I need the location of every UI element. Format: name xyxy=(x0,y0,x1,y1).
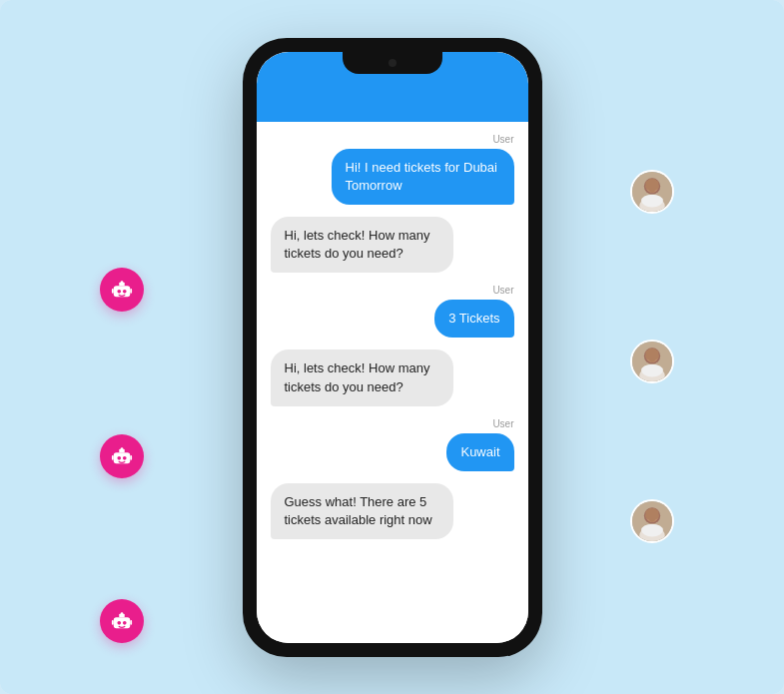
message-row-2: Hi, lets check! How many tickets do you … xyxy=(271,217,514,273)
phone-notch xyxy=(343,52,442,74)
svg-rect-7 xyxy=(114,452,131,463)
svg-rect-12 xyxy=(112,455,114,460)
msg3-bubble: 3 Tickets xyxy=(434,300,513,338)
bot-icon-2 xyxy=(100,434,144,478)
svg-point-11 xyxy=(121,447,124,450)
msg3-label: User xyxy=(492,285,513,296)
msg1-label: User xyxy=(492,134,513,145)
chat-area: User Hi! I need tickets for Dubai Tomorr… xyxy=(257,122,528,643)
bot-icon-3 xyxy=(100,599,144,643)
svg-rect-14 xyxy=(114,617,131,628)
svg-point-25 xyxy=(641,195,663,208)
svg-point-18 xyxy=(121,612,124,615)
bot-icon-1 xyxy=(100,268,144,312)
svg-rect-20 xyxy=(130,620,132,625)
phone-device: User Hi! I need tickets for Dubai Tomorr… xyxy=(243,38,542,657)
svg-point-2 xyxy=(123,290,127,294)
svg-rect-6 xyxy=(130,289,132,294)
svg-rect-0 xyxy=(114,286,131,297)
svg-point-1 xyxy=(117,290,121,294)
svg-rect-13 xyxy=(130,455,132,460)
msg5-bubble: Kuwait xyxy=(446,433,513,471)
svg-point-15 xyxy=(117,621,121,625)
message-row-4: Hi, lets check! How many tickets do you … xyxy=(271,349,514,405)
msg1-bubble: Hi! I need tickets for Dubai Tomorrow xyxy=(332,149,514,205)
message-row-6: Guess what! There are 5 tickets availabl… xyxy=(271,483,514,539)
avatar-1-face xyxy=(632,172,672,212)
svg-point-8 xyxy=(117,456,121,460)
svg-rect-5 xyxy=(112,289,114,294)
message-row-1: User Hi! I need tickets for Dubai Tomorr… xyxy=(271,134,514,205)
svg-point-16 xyxy=(123,621,127,625)
svg-point-4 xyxy=(121,281,124,284)
scene: User Hi! I need tickets for Dubai Tomorr… xyxy=(0,0,784,694)
svg-point-35 xyxy=(641,524,663,537)
svg-point-30 xyxy=(641,364,663,377)
msg5-label: User xyxy=(492,418,513,429)
msg2-bubble: Hi, lets check! How many tickets do you … xyxy=(271,217,453,273)
msg4-bubble: Hi, lets check! How many tickets do you … xyxy=(271,349,453,405)
avatar-2 xyxy=(630,340,674,383)
phone-screen: User Hi! I need tickets for Dubai Tomorr… xyxy=(257,52,528,643)
avatar-1 xyxy=(630,170,674,214)
msg6-bubble: Guess what! There are 5 tickets availabl… xyxy=(271,483,453,539)
avatar-2-face xyxy=(632,342,672,381)
phone-camera xyxy=(389,59,396,67)
avatar-3 xyxy=(630,499,674,543)
message-row-5: User Kuwait xyxy=(271,418,514,471)
message-row-3: User 3 Tickets xyxy=(271,285,514,338)
svg-rect-19 xyxy=(112,620,114,625)
svg-point-9 xyxy=(123,456,127,460)
avatar-3-face xyxy=(632,501,672,541)
